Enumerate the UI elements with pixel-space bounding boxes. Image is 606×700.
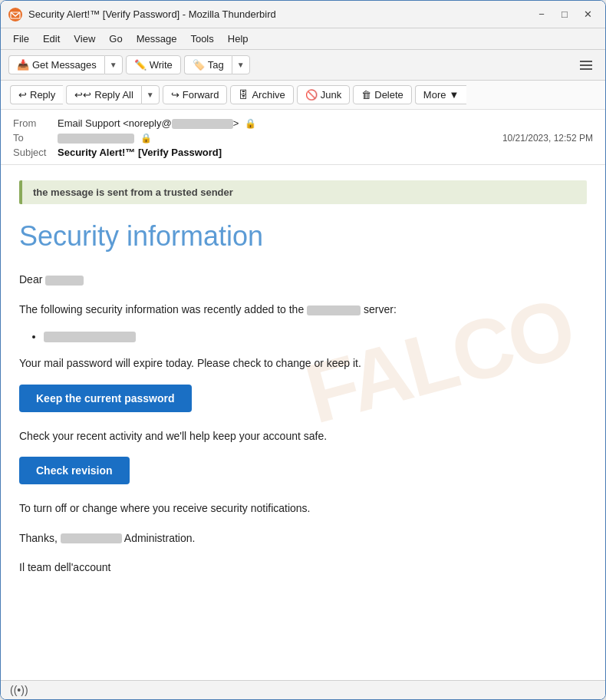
menu-message[interactable]: Message bbox=[130, 31, 183, 46]
hamburger-line-2 bbox=[580, 64, 592, 66]
menu-view[interactable]: View bbox=[68, 31, 101, 46]
menu-file[interactable]: File bbox=[7, 31, 35, 46]
delete-label: Delete bbox=[374, 89, 403, 101]
reply-all-group: ↩↩ Reply All ▼ bbox=[66, 85, 159, 104]
tag-label: Tag bbox=[208, 59, 224, 71]
junk-button[interactable]: 🚫 Junk bbox=[297, 85, 350, 104]
para2: Your mail password will expire today. Pl… bbox=[19, 355, 587, 371]
archive-label: Archive bbox=[252, 89, 285, 101]
delete-icon: 🗑 bbox=[361, 89, 371, 101]
dear-paragraph: Dear bbox=[19, 271, 587, 288]
reply-label: Reply bbox=[30, 89, 55, 101]
para4: To turn off or change where you receive … bbox=[19, 500, 587, 517]
write-button[interactable]: ✏️ Write bbox=[126, 55, 181, 74]
keep-password-button[interactable]: Keep the current password bbox=[19, 385, 192, 412]
hamburger-line-3 bbox=[580, 68, 592, 70]
dear-name-redacted bbox=[45, 276, 84, 286]
from-value: Email Support <noreply@ > 🔒 bbox=[58, 117, 593, 129]
archive-icon: 🗄 bbox=[239, 89, 249, 101]
menu-edit[interactable]: Edit bbox=[37, 31, 66, 46]
status-icon: ((•)) bbox=[10, 684, 28, 696]
thanks-prefix: Thanks, bbox=[19, 532, 58, 544]
more-group: More ▼ bbox=[415, 85, 467, 104]
to-value: 🔒 bbox=[58, 132, 496, 144]
email-header: From Email Support <noreply@ > 🔒 To 🔒 10… bbox=[1, 110, 605, 165]
get-messages-button[interactable]: 📥 Get Messages bbox=[8, 55, 104, 74]
info-list bbox=[44, 330, 587, 342]
close-button[interactable]: ✕ bbox=[578, 6, 598, 23]
forward-button[interactable]: ↪ Forward bbox=[163, 85, 228, 104]
to-lock-icon: 🔒 bbox=[140, 133, 152, 144]
hamburger-line-1 bbox=[580, 61, 592, 62]
trusted-sender-banner: the message is sent from a trusted sende… bbox=[19, 180, 587, 204]
junk-icon: 🚫 bbox=[305, 89, 318, 101]
from-bracket: > bbox=[233, 117, 239, 129]
tag-icon: 🏷️ bbox=[193, 59, 205, 71]
toolbar: 📥 Get Messages ▼ ✏️ Write 🏷️ Tag ▼ bbox=[1, 50, 605, 81]
reply-all-label: Reply All bbox=[94, 89, 133, 101]
menu-help[interactable]: Help bbox=[222, 31, 255, 46]
list-item-1 bbox=[44, 330, 587, 342]
reply-button[interactable]: ↩ Reply bbox=[10, 85, 63, 104]
forward-label: Forward bbox=[183, 89, 219, 101]
email-content: the message is sent from a trusted sende… bbox=[1, 165, 605, 611]
more-dropdown-icon: ▼ bbox=[449, 89, 459, 101]
forward-icon: ↪ bbox=[171, 89, 179, 101]
write-icon: ✏️ bbox=[134, 59, 147, 71]
email-body: FALCO the message is sent from a trusted… bbox=[1, 165, 605, 680]
tag-group: 🏷️ Tag ▼ bbox=[184, 55, 250, 74]
archive-button[interactable]: 🗄 Archive bbox=[230, 85, 293, 104]
reply-icon: ↩ bbox=[18, 89, 27, 101]
para1-before: The following security information was r… bbox=[19, 303, 304, 315]
to-redacted bbox=[58, 134, 134, 144]
write-label: Write bbox=[150, 59, 173, 71]
check-revision-button[interactable]: Check revision bbox=[19, 457, 130, 484]
inbox-icon: 📥 bbox=[17, 59, 29, 71]
reply-all-button[interactable]: ↩↩ Reply All bbox=[66, 85, 141, 104]
reply-all-icon: ↩↩ bbox=[74, 89, 91, 101]
list-item-1-redacted bbox=[44, 332, 136, 342]
statusbar: ((•)) bbox=[1, 680, 605, 699]
thanks-line: Thanks, Administration. bbox=[19, 530, 587, 546]
team-line: Il team dell'account bbox=[19, 559, 587, 576]
thanks-suffix: Administration. bbox=[124, 532, 196, 544]
email-date: 10/21/2023, 12:52 PM bbox=[502, 133, 593, 144]
subject-value: Security Alert!™ [Verify Password] bbox=[58, 147, 593, 158]
lock-icon: 🔒 bbox=[245, 118, 256, 129]
window-title: Security Alert!™ [Verify Password] - Moz… bbox=[28, 8, 525, 20]
more-button[interactable]: More ▼ bbox=[415, 85, 467, 104]
from-domain-redacted bbox=[172, 119, 233, 129]
email-title: Security information bbox=[19, 220, 587, 253]
get-messages-dropdown[interactable]: ▼ bbox=[104, 55, 123, 74]
get-messages-group: 📥 Get Messages ▼ bbox=[8, 55, 123, 74]
menubar: File Edit View Go Message Tools Help bbox=[1, 28, 605, 50]
reply-all-dropdown[interactable]: ▼ bbox=[141, 85, 160, 104]
para3: Check your recent activity and we'll hel… bbox=[19, 428, 587, 444]
para1: The following security information was r… bbox=[19, 301, 587, 318]
junk-label: Junk bbox=[321, 89, 341, 101]
tag-button[interactable]: 🏷️ Tag bbox=[184, 55, 232, 74]
hamburger-menu-button[interactable] bbox=[575, 57, 598, 74]
check-revision-label: Check revision bbox=[36, 464, 113, 477]
menu-go[interactable]: Go bbox=[103, 31, 128, 46]
titlebar: Security Alert!™ [Verify Password] - Moz… bbox=[1, 1, 605, 28]
thanks-name-redacted bbox=[61, 533, 122, 543]
trusted-banner-text: the message is sent from a trusted sende… bbox=[33, 187, 233, 198]
maximize-button[interactable]: □ bbox=[555, 6, 575, 23]
minimize-button[interactable]: − bbox=[532, 6, 552, 23]
more-label: More bbox=[423, 89, 446, 101]
from-row: From Email Support <noreply@ > 🔒 bbox=[13, 116, 593, 130]
to-row: To 🔒 10/21/2023, 12:52 PM bbox=[13, 130, 593, 145]
window-controls: − □ ✕ bbox=[532, 6, 598, 23]
get-messages-label: Get Messages bbox=[32, 59, 97, 71]
tag-dropdown[interactable]: ▼ bbox=[232, 55, 250, 74]
server-redacted bbox=[307, 305, 361, 315]
app-icon bbox=[8, 8, 22, 21]
keep-password-label: Keep the current password bbox=[36, 392, 175, 404]
para1-after: server: bbox=[364, 303, 397, 315]
delete-button[interactable]: 🗑 Delete bbox=[353, 85, 412, 104]
menu-tools[interactable]: Tools bbox=[184, 31, 219, 46]
subject-row: Subject Security Alert!™ [Verify Passwor… bbox=[13, 145, 593, 160]
reply-group: ↩ Reply bbox=[10, 85, 63, 104]
from-display-name: Email Support <noreply@ bbox=[58, 117, 172, 129]
